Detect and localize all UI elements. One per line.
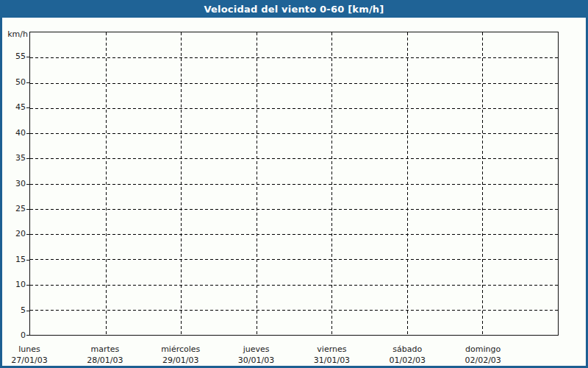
y-tick-mark: [26, 82, 30, 83]
x-day-label: lunes: [0, 344, 70, 354]
x-date-label: 27/01/03: [0, 355, 70, 365]
y-tick-mark: [26, 209, 30, 210]
h-gridline: [30, 310, 558, 311]
x-date-label: 02/02/03: [442, 355, 523, 365]
plot-area: [29, 32, 559, 336]
y-tick-mark: [26, 57, 30, 57]
h-gridline: [30, 158, 558, 159]
y-tick-mark: [26, 335, 30, 336]
y-tick-label: 35: [0, 153, 26, 163]
v-gridline: [106, 32, 107, 335]
y-tick-mark: [26, 184, 30, 185]
h-gridline: [30, 133, 558, 134]
x-date-label: 28/01/03: [65, 355, 146, 365]
v-gridline: [331, 32, 332, 335]
y-tick-label: 30: [0, 179, 26, 188]
y-tick-mark: [26, 234, 30, 235]
chart-page: Velocidad del viento 0-60 [km/h] km/h 05…: [0, 0, 588, 368]
y-tick-label: 20: [0, 229, 26, 238]
y-axis-unit-label: km/h: [3, 29, 28, 39]
h-gridline: [30, 259, 558, 260]
y-tick-label: 15: [0, 255, 26, 264]
y-tick-mark: [26, 133, 30, 134]
y-tick-label: 25: [0, 204, 26, 213]
h-gridline: [30, 83, 558, 84]
x-day-label: miércoles: [140, 344, 221, 354]
y-tick-label: 40: [0, 128, 26, 138]
h-gridline: [30, 108, 558, 109]
chart-title-bar: Velocidad del viento 0-60 [km/h]: [0, 0, 588, 18]
x-date-label: 31/01/03: [291, 355, 372, 365]
v-gridline: [257, 32, 257, 335]
y-tick-label: 10: [0, 280, 26, 289]
x-day-label: martes: [65, 344, 146, 354]
x-day-label: domingo: [442, 344, 523, 354]
v-gridline: [482, 32, 483, 335]
h-gridline: [30, 184, 558, 185]
v-gridline: [407, 32, 408, 335]
y-tick-label: 45: [0, 102, 26, 112]
x-day-label: viernes: [291, 344, 372, 354]
y-tick-mark: [26, 311, 30, 311]
y-tick-mark: [26, 107, 30, 108]
h-gridline: [30, 285, 558, 286]
h-gridline: [30, 234, 558, 235]
y-tick-label: 5: [0, 305, 26, 315]
x-day-label: sábado: [367, 344, 448, 354]
v-gridline: [181, 32, 182, 335]
page-border-left: [0, 18, 2, 368]
y-tick-label: 50: [0, 77, 26, 87]
x-date-label: 29/01/03: [140, 355, 221, 365]
h-gridline: [30, 57, 558, 58]
chart-title: Velocidad del viento 0-60 [km/h]: [204, 4, 384, 15]
x-day-label: jueves: [216, 344, 297, 354]
h-gridline: [30, 209, 558, 210]
x-date-label: 30/01/03: [216, 355, 297, 365]
y-tick-mark: [26, 285, 30, 286]
y-tick-mark: [26, 158, 30, 159]
x-date-label: 01/02/03: [367, 355, 448, 365]
y-tick-label: 0: [0, 330, 26, 340]
y-tick-label: 55: [0, 52, 26, 61]
y-tick-mark: [26, 260, 30, 261]
